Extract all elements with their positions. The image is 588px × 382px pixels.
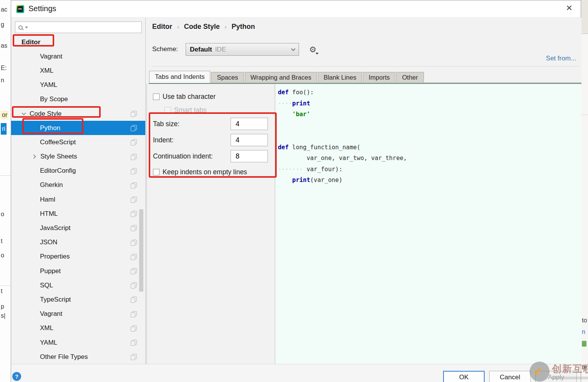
sidebar-item-javascript[interactable]: JavaScript — [11, 221, 145, 235]
smart-tabs-checkbox: Smart tabs — [164, 106, 207, 114]
sidebar-item-html[interactable]: HTML — [11, 207, 145, 221]
background-text-fragment: n — [582, 329, 585, 335]
sidebar-item-label: Other File Types — [40, 353, 88, 361]
copy-settings-icon — [132, 282, 137, 287]
copy-settings-icon — [132, 125, 137, 130]
code-line — [278, 131, 407, 142]
tab-size-input[interactable] — [231, 118, 268, 130]
keep-indents-checkbox[interactable]: Keep indents on empty lines — [153, 168, 247, 176]
sidebar-item-xml[interactable]: XML — [11, 63, 145, 78]
title-bar: PC Settings ✕ — [11, 0, 581, 18]
settings-tree: EditorVagrantXMLYAMLBy ScopeCode StylePy… — [11, 35, 145, 364]
sidebar-item-label: HTML — [40, 210, 58, 218]
set-from-link[interactable]: Set from... — [546, 55, 576, 62]
tab-imports[interactable]: Imports — [363, 72, 395, 82]
background-divider — [0, 175, 11, 176]
sidebar-item-label: Code Style — [30, 110, 61, 118]
window-title: Settings — [28, 4, 56, 13]
tab-spaces[interactable]: Spaces — [211, 72, 244, 82]
copy-settings-icon — [132, 225, 137, 230]
sidebar-item-coffeescript[interactable]: CoffeeScript — [11, 135, 145, 149]
indent-input[interactable] — [231, 134, 268, 146]
copy-settings-icon — [132, 182, 137, 187]
sidebar-item-style-sheets[interactable]: Style Sheets — [11, 150, 145, 164]
sidebar-item-puppet[interactable]: Puppet — [11, 264, 145, 278]
search-options-caret-icon[interactable] — [25, 27, 28, 28]
sidebar-item-python[interactable]: Python — [11, 121, 145, 135]
checkbox-icon — [164, 107, 171, 113]
checkbox-icon[interactable] — [153, 169, 159, 175]
copy-settings-icon — [132, 111, 137, 116]
use-tab-character-checkbox[interactable]: Use tab character — [153, 93, 216, 101]
copy-settings-icon — [132, 354, 137, 359]
background-text-fragment: o — [1, 252, 4, 259]
code-line: print(var_one) — [278, 175, 407, 186]
field-label: Tab size: — [153, 120, 179, 128]
copy-settings-icon — [132, 139, 137, 144]
sidebar-scrollbar-thumb[interactable] — [139, 209, 143, 292]
sidebar-item-gherkin[interactable]: Gherkin — [11, 178, 145, 192]
background-text-fragment: s| — [1, 312, 5, 319]
cancel-button[interactable]: Cancel — [489, 371, 531, 382]
tab-other[interactable]: Other — [396, 72, 424, 82]
background-text-fragment: ri — [1, 123, 7, 135]
code-line: var_one, var_two, var_three, — [278, 153, 407, 164]
sidebar-item-label: JSON — [40, 239, 57, 246]
copy-settings-icon — [132, 211, 137, 216]
sidebar-item-typescript[interactable]: TypeScript — [11, 292, 145, 307]
apply-button: Apply — [535, 371, 577, 382]
breadcrumb-separator-icon: › — [225, 24, 227, 30]
scheme-value: Default — [190, 46, 212, 53]
breadcrumb-item: Editor — [152, 23, 172, 31]
tab-wrapping-and-braces[interactable]: Wrapping and Braces — [245, 72, 317, 82]
sidebar-item-json[interactable]: JSON — [11, 235, 145, 250]
tab-content: Use tab character Smart tabs Tab size:In… — [146, 84, 581, 364]
tab-tabs-and-indents[interactable]: Tabs and Indents — [149, 71, 210, 83]
background-text-fragment: or — [1, 111, 8, 119]
sidebar-item-sql[interactable]: SQL — [11, 278, 145, 292]
background-divider — [581, 115, 588, 115]
continuation-indent-input[interactable] — [231, 150, 268, 162]
sidebar-item-by-scope[interactable]: By Scope — [11, 92, 145, 107]
sidebar-item-label: YAML — [40, 81, 57, 89]
sidebar-item-vagrant[interactable]: Vagrant — [11, 307, 145, 321]
background-text-fragment: to — [582, 317, 587, 324]
search-input[interactable] — [28, 22, 141, 33]
code-line — [278, 120, 407, 131]
sidebar-item-editorconfig[interactable]: EditorConfig — [11, 164, 145, 178]
chevron-right-icon[interactable] — [32, 154, 36, 158]
settings-sidebar: EditorVagrantXMLYAMLBy ScopeCode StylePy… — [11, 18, 146, 364]
sidebar-item-other-file-types[interactable]: Other File Types — [11, 350, 145, 364]
sidebar-item-code-style[interactable]: Code Style — [11, 107, 145, 121]
sidebar-item-editor[interactable]: Editor — [11, 35, 145, 49]
tab-blank-lines[interactable]: Blank Lines — [318, 72, 362, 82]
background-text-fragment: t — [1, 288, 2, 295]
sidebar-item-label: Gherkin — [40, 181, 63, 189]
copy-settings-icon — [132, 325, 137, 330]
close-icon[interactable]: ✕ — [564, 3, 575, 13]
sidebar-item-properties[interactable]: Properties — [11, 250, 145, 264]
sidebar-item-yaml[interactable]: YAML — [11, 78, 145, 92]
code-line: def long_function_name( — [278, 142, 407, 153]
copy-settings-icon — [132, 154, 137, 159]
background-text-fragment: te — [582, 364, 587, 371]
help-icon[interactable]: ? — [12, 372, 21, 381]
copy-settings-icon — [132, 268, 137, 273]
search-icon — [18, 25, 23, 30]
sidebar-item-yaml[interactable]: YAML — [11, 335, 145, 350]
background-text-fragment: o — [1, 211, 4, 218]
ok-button[interactable]: OK — [443, 371, 485, 382]
search-box[interactable] — [15, 22, 142, 33]
sidebar-item-xml[interactable]: XML — [11, 321, 145, 335]
gear-icon[interactable]: ⚙ — [306, 43, 319, 56]
sidebar-item-label: Haml — [40, 196, 55, 204]
scheme-select[interactable]: Default IDE — [186, 43, 299, 56]
code-preview-pane: def foo():····print 'bar' def long_funct… — [275, 84, 581, 364]
sidebar-item-haml[interactable]: Haml — [11, 192, 145, 207]
chevron-down-icon[interactable] — [22, 111, 26, 115]
copy-settings-icon — [132, 297, 137, 302]
field-label: Indent: — [153, 136, 174, 144]
sidebar-item-vagrant[interactable]: Vagrant — [11, 49, 145, 63]
checkbox-icon[interactable] — [153, 93, 159, 100]
sidebar-item-label: Editor — [22, 38, 40, 46]
